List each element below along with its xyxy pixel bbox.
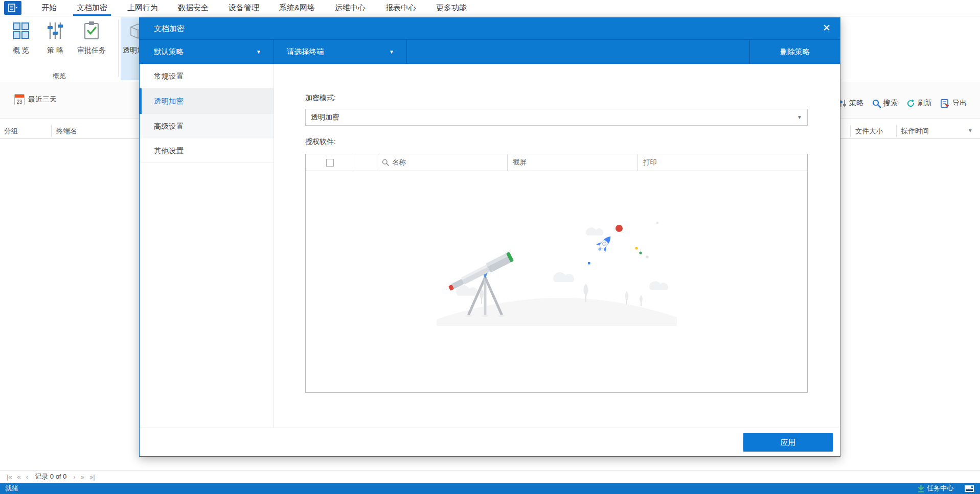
refresh-icon (906, 99, 915, 108)
dialog-content: 加密模式: 透明加密 ▼ 授权软件: 名称 (275, 64, 840, 428)
chevron-down-icon: ▼ (389, 40, 394, 64)
menu-bar: 开始 文档加密 上网行为 数据安全 设备管理 系统&网络 运维中心 报表中心 更… (0, 0, 980, 16)
record-count: 记录 0 of 0 (35, 472, 66, 481)
chevron-down-icon: ▼ (797, 109, 802, 125)
dialog-toolbar: 默认策略 ▼ 请选择终端 ▼ 删除策略 (140, 39, 840, 64)
menu-item-report-center[interactable]: 报表中心 (385, 0, 416, 16)
encryption-mode-select[interactable]: 透明加密 ▼ (305, 109, 808, 126)
pager-next-button[interactable]: › (73, 473, 75, 481)
pagination-bar: |« « ‹ 记录 0 of 0 › » »| (0, 470, 980, 483)
dialog-sidebar: 常规设置 透明加密 高级设置 其他设置 (140, 64, 274, 428)
refresh-button-label: 刷新 (918, 99, 932, 108)
terminal-select-placeholder: 请选择终端 (287, 48, 324, 56)
export-button-label: 导出 (952, 99, 967, 108)
close-icon[interactable]: ✕ (823, 21, 831, 35)
pager-prev-button[interactable]: ‹ (26, 473, 28, 481)
sidebar-item-general-settings[interactable]: 常规设置 (140, 64, 274, 88)
sidebar-item-advanced-settings[interactable]: 高级设置 (140, 114, 274, 138)
policy-button[interactable]: 策略 (839, 99, 863, 108)
ribbon-group-label-overview: 概览 (0, 72, 119, 81)
delete-policy-button[interactable]: 删除策略 (749, 40, 840, 64)
search-button[interactable]: 搜索 (872, 99, 898, 108)
encryption-mode-label: 加密模式: (305, 93, 336, 103)
app-window: 开始 文档加密 上网行为 数据安全 设备管理 系统&网络 运维中心 报表中心 更… (0, 0, 980, 494)
refresh-button[interactable]: 刷新 (906, 99, 932, 108)
sidebar-item-transparent-encryption[interactable]: 透明加密 (140, 88, 274, 114)
menu-item-system-network[interactable]: 系统&网络 (279, 0, 315, 16)
menu-item-data-security[interactable]: 数据安全 (178, 0, 209, 16)
pager-prev-group-button[interactable]: « (17, 473, 21, 481)
date-filter-button[interactable]: 23 最近三天 (14, 94, 57, 105)
export-button[interactable]: 导出 (941, 99, 967, 108)
chevron-down-icon: ▼ (256, 40, 261, 64)
dialog-title-bar: 文档加密 (140, 18, 840, 39)
overview-grid-icon (12, 21, 30, 40)
ribbon-approve-tasks-button[interactable]: 审批任务 (73, 19, 110, 55)
column-header-group[interactable]: 分组 (4, 127, 18, 136)
rocket-icon (594, 232, 615, 254)
main-menu: 开始 文档加密 上网行为 数据安全 设备管理 系统&网络 运维中心 报表中心 更… (41, 0, 487, 16)
column-header-screenshot[interactable]: 截屏 (507, 154, 637, 171)
terminal-select-dropdown[interactable]: 请选择终端 ▼ (274, 40, 407, 64)
calendar-icon: 23 (14, 94, 25, 105)
menu-item-start[interactable]: 开始 (41, 0, 57, 16)
ribbon-policy-label: 策 略 (41, 46, 70, 55)
approve-clipboard-icon (83, 21, 100, 40)
search-icon (872, 99, 881, 108)
menu-item-more[interactable]: 更多功能 (436, 0, 467, 16)
pager-first-button[interactable]: |« (7, 473, 12, 481)
column-header-terminal-name[interactable]: 终端名 (56, 127, 77, 136)
app-menu-icon (7, 3, 18, 13)
policy-select-value: 默认策略 (154, 48, 184, 56)
ribbon-overview-button[interactable]: 概 览 (6, 19, 36, 55)
search-icon (382, 159, 389, 166)
doc-encryption-dialog: 文档加密 ✕ 默认策略 ▼ 请选择终端 ▼ 删除策略 常规设置 透明加密 高级设… (139, 17, 840, 457)
download-icon (918, 485, 924, 492)
icon-column-header (354, 154, 377, 171)
list-actions: 策略 搜索 刷新 (839, 99, 967, 108)
app-menu-button[interactable] (4, 1, 21, 15)
taskbar-window-icon[interactable] (965, 485, 974, 492)
software-table-body-empty (306, 171, 807, 392)
menu-item-device-mgmt[interactable]: 设备管理 (229, 0, 259, 16)
export-icon (941, 99, 950, 108)
menu-item-doc-encryption[interactable]: 文档加密 (77, 0, 107, 16)
menu-item-ops-center[interactable]: 运维中心 (335, 0, 366, 16)
search-button-label: 搜索 (883, 99, 898, 108)
policy-button-label: 策略 (849, 99, 863, 108)
dialog-title: 文档加密 (154, 24, 185, 34)
sidebar-item-other-settings[interactable]: 其他设置 (140, 138, 274, 163)
column-divider[interactable] (51, 125, 52, 137)
apply-button[interactable]: 应用 (743, 433, 833, 452)
authorized-software-table: 名称 截屏 打印 (305, 154, 808, 393)
column-header-file-size[interactable]: 文件大小 (855, 127, 883, 136)
empty-state-illustration (437, 216, 677, 326)
pager-last-button[interactable]: »| (89, 473, 95, 481)
task-center-label: 任务中心 (927, 484, 953, 493)
ribbon-overview-label: 概 览 (6, 46, 36, 55)
ribbon-group-divider (118, 19, 119, 77)
ribbon-policy-button[interactable]: 策 略 (41, 19, 70, 55)
column-header-print[interactable]: 打印 (637, 154, 807, 171)
task-center-button[interactable]: 任务中心 (918, 484, 953, 493)
status-bar-right: 任务中心 (918, 483, 974, 494)
dialog-footer: 应用 (140, 428, 840, 456)
column-divider[interactable] (896, 125, 897, 137)
column-menu-caret-icon[interactable]: ▼ (968, 128, 973, 133)
date-filter-label: 最近三天 (28, 95, 57, 104)
status-text: 就绪 (5, 484, 18, 493)
menu-item-web-behavior[interactable]: 上网行为 (127, 0, 158, 16)
encryption-mode-value: 透明加密 (311, 113, 339, 121)
status-bar: 就绪 任务中心 (0, 483, 980, 494)
column-divider[interactable] (850, 125, 851, 137)
policy-sliders-icon (47, 21, 64, 40)
software-table-header: 名称 截屏 打印 (306, 154, 807, 171)
ribbon-approve-tasks-label: 审批任务 (73, 46, 110, 55)
column-header-name[interactable]: 名称 (377, 154, 507, 171)
select-all-checkbox[interactable] (326, 159, 334, 167)
policy-select-dropdown[interactable]: 默认策略 ▼ (140, 40, 274, 64)
column-header-operation-time[interactable]: 操作时间 (901, 127, 929, 136)
select-all-cell (306, 154, 354, 171)
pager-next-group-button[interactable]: » (81, 473, 84, 481)
dialog-toolbar-spacer (407, 40, 749, 64)
